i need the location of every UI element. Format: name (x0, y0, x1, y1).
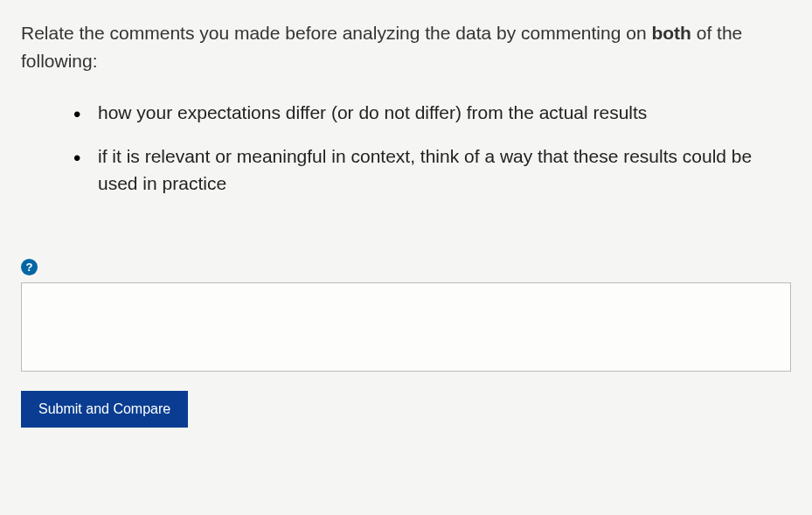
help-icon[interactable]: ? (21, 259, 38, 275)
question-prompt: Relate the comments you made before anal… (21, 19, 791, 74)
submit-and-compare-button[interactable]: Submit and Compare (21, 391, 188, 428)
list-item: if it is relevant or meaningful in conte… (73, 143, 791, 198)
prompt-bold: both (651, 23, 691, 43)
help-icon-label: ? (26, 261, 33, 274)
answer-input[interactable] (21, 282, 791, 372)
prompt-prefix: Relate the comments you made before anal… (21, 23, 651, 43)
bullet-list: how your expectations differ (or do not … (21, 99, 791, 198)
list-item: how your expectations differ (or do not … (73, 99, 791, 127)
